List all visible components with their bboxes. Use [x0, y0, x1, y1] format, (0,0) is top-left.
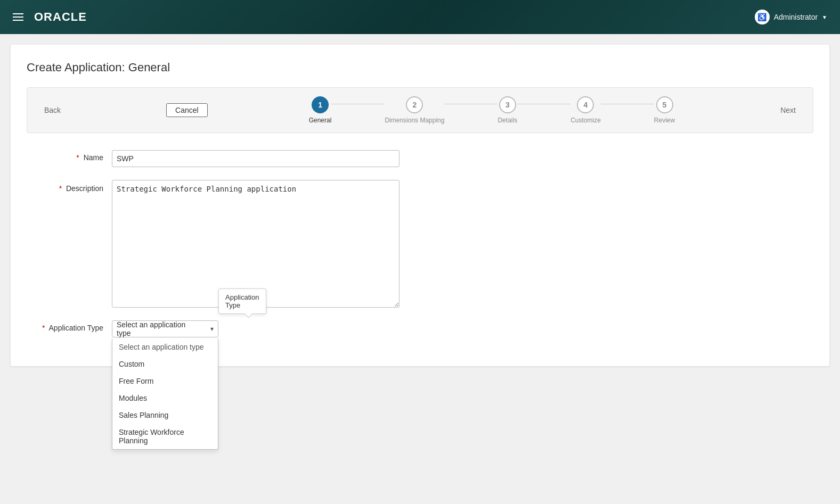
- oracle-logo-text: ORACLE: [34, 10, 87, 23]
- step-4-label: Customize: [570, 117, 601, 124]
- description-required-star: *: [59, 184, 62, 193]
- dropdown-chevron-icon: ▾: [210, 325, 214, 333]
- dropdown-option-custom[interactable]: Custom: [112, 356, 218, 373]
- step-5-circle: 5: [656, 96, 673, 113]
- user-menu-arrow[interactable]: ▼: [822, 14, 827, 20]
- wizard-steps: 1 General 2 Dimensions Mapping 3: [309, 96, 675, 124]
- dropdown-option-placeholder[interactable]: Select an application type: [112, 338, 218, 356]
- description-field-group: * Description Strategic Workforce Planni…: [27, 180, 813, 308]
- step-1-label: General: [309, 117, 332, 124]
- hamburger-menu[interactable]: [13, 13, 23, 21]
- next-button[interactable]: Next: [776, 104, 800, 117]
- dropdown-option-swp[interactable]: Strategic Workforce Planning: [112, 424, 218, 449]
- main-card: Create Application: General Back Cancel …: [11, 45, 829, 366]
- description-label: * Description: [27, 180, 112, 193]
- name-input[interactable]: [112, 150, 399, 167]
- main-wrapper: Create Application: General Back Cancel …: [0, 34, 840, 504]
- step-2-label: Dimensions Mapping: [385, 117, 444, 124]
- nav-left: ORACLE: [13, 10, 87, 24]
- cancel-button[interactable]: Cancel: [166, 103, 208, 117]
- step-4-circle: 4: [577, 96, 594, 113]
- step-4: 4 Customize: [570, 96, 601, 124]
- step-5: 5 Review: [654, 96, 675, 124]
- name-field-group: * Name: [27, 150, 813, 167]
- name-required-star: *: [76, 153, 79, 162]
- step-3-label: Details: [498, 117, 517, 124]
- step-connector-2: [444, 104, 498, 104]
- step-connector-4: [601, 104, 654, 104]
- dropdown-option-sales-planning[interactable]: Sales Planning: [112, 407, 218, 424]
- wizard-bar: Back Cancel 1 General 2 Dimensions Mappi…: [27, 87, 813, 133]
- application-type-select-display[interactable]: Select an application type ▾: [112, 320, 218, 337]
- step-connector-3: [517, 104, 570, 104]
- application-type-dropdown-wrapper: Application Type Select an application t…: [112, 320, 218, 337]
- back-button[interactable]: Back: [40, 104, 65, 117]
- dropdown-option-modules[interactable]: Modules: [112, 390, 218, 407]
- application-type-field-group: * Application Type Application Type Sele…: [27, 320, 813, 337]
- page-title: Create Application: General: [27, 61, 813, 75]
- admin-name: Administrator: [774, 13, 818, 21]
- step-3-circle: 3: [499, 96, 516, 113]
- step-2: 2 Dimensions Mapping: [385, 96, 444, 124]
- step-3: 3 Details: [498, 96, 517, 124]
- name-label: * Name: [27, 150, 112, 162]
- step-connector-1: [331, 104, 385, 104]
- app-type-required-star: *: [42, 324, 45, 332]
- top-navigation: ORACLE ♿ Administrator ▼: [0, 0, 840, 34]
- application-type-tooltip: Application Type: [218, 288, 266, 314]
- step-5-label: Review: [654, 117, 675, 124]
- step-1: 1 General: [309, 96, 332, 124]
- application-type-dropdown-list: Select an application type Custom Free F…: [112, 338, 218, 450]
- application-type-label: * Application Type: [27, 320, 112, 332]
- dropdown-option-freeform[interactable]: Free Form: [112, 373, 218, 390]
- step-2-circle: 2: [406, 96, 423, 113]
- oracle-logo: ORACLE: [34, 10, 87, 24]
- step-1-circle: 1: [312, 96, 329, 113]
- user-avatar: ♿: [755, 10, 770, 24]
- nav-right: ♿ Administrator ▼: [755, 10, 827, 24]
